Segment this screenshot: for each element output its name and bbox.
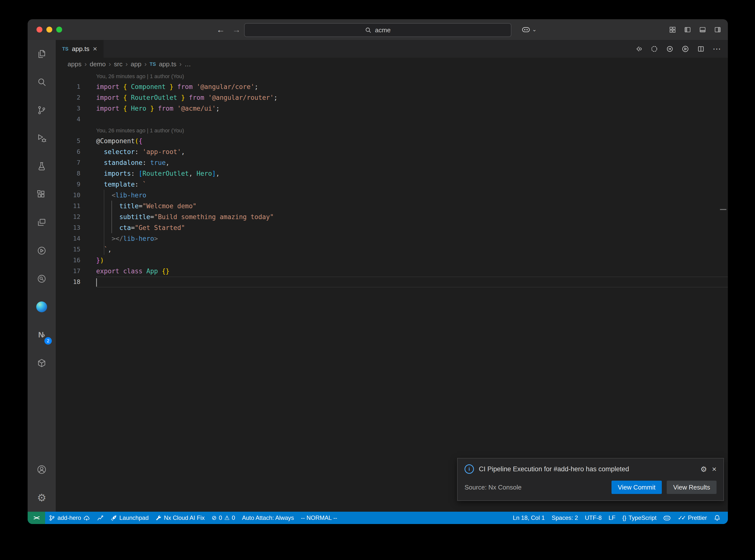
- history-back-button[interactable]: ←: [217, 25, 225, 35]
- code-line[interactable]: @Component({: [96, 136, 728, 146]
- customize-layout-icon[interactable]: [669, 26, 676, 34]
- history-forward-button[interactable]: →: [232, 25, 241, 35]
- breadcrumb-item-symbol[interactable]: …: [185, 60, 191, 68]
- code-row[interactable]: 18: [56, 277, 728, 287]
- code-row[interactable]: 5@Component({: [56, 136, 728, 146]
- nx-cloud-status-item[interactable]: Nx Cloud AI Fix: [152, 512, 208, 524]
- breadcrumb-item-file[interactable]: app.ts: [159, 60, 176, 68]
- remote-indicator[interactable]: ><: [27, 512, 45, 524]
- code-row[interactable]: 9 template: `: [56, 179, 728, 190]
- activity-item-search[interactable]: [27, 68, 56, 96]
- code-line[interactable]: title="Welcmoe demo": [96, 201, 728, 212]
- code-line[interactable]: ></lib-hero>: [96, 233, 728, 244]
- code-line[interactable]: [96, 114, 728, 125]
- code-line[interactable]: You, 26 minutes ago | 1 author (You): [96, 71, 728, 81]
- vim-mode-status-item[interactable]: -- NORMAL --: [297, 512, 340, 524]
- code-row[interactable]: 3import { Hero } from '@acme/ui';: [56, 103, 728, 114]
- blame-row[interactable]: You, 26 minutes ago | 1 author (You): [56, 125, 728, 136]
- zoom-window-button[interactable]: [56, 27, 62, 33]
- encoding-status-item[interactable]: UTF-8: [581, 512, 605, 524]
- code-row[interactable]: 16}): [56, 255, 728, 266]
- code-line[interactable]: imports: [RouterOutlet, Hero],: [96, 168, 728, 179]
- circle-outline-icon[interactable]: [651, 45, 658, 53]
- launchpad-status-item[interactable]: Launchpad: [107, 512, 152, 524]
- code-row[interactable]: 1import { Component } from '@angular/cor…: [56, 81, 728, 92]
- code-line[interactable]: cta="Get Started": [96, 222, 728, 233]
- close-tab-button[interactable]: ×: [93, 45, 97, 53]
- code-line[interactable]: }): [96, 255, 728, 266]
- code-row[interactable]: 12 subtitle="Build something amazing tod…: [56, 212, 728, 222]
- activity-item-code-search[interactable]: [27, 265, 56, 293]
- code-row[interactable]: 17export class App {}: [56, 266, 728, 277]
- code-line[interactable]: import { Component } from '@angular/core…: [96, 81, 728, 92]
- go-back-icon[interactable]: [635, 45, 642, 53]
- activity-item-testing[interactable]: [27, 152, 56, 180]
- language-status-item[interactable]: {} TypeScript: [619, 512, 660, 524]
- code-line[interactable]: subtitle="Build something amazing today": [96, 212, 728, 222]
- blame-row[interactable]: You, 26 minutes ago | 1 author (You): [56, 71, 728, 81]
- code-editor[interactable]: You, 26 minutes ago | 1 author (You)1imp…: [56, 71, 728, 512]
- code-row[interactable]: 15 `,: [56, 244, 728, 255]
- notifications-status-item[interactable]: [710, 512, 724, 524]
- view-commit-button[interactable]: View Commit: [612, 481, 662, 494]
- activity-item-accounts[interactable]: [27, 456, 56, 484]
- code-line[interactable]: import { Hero } from '@acme/ui';: [96, 103, 728, 114]
- code-line[interactable]: You, 26 minutes ago | 1 author (You): [96, 125, 728, 136]
- breadcrumb-item-demo[interactable]: demo: [90, 60, 106, 68]
- view-results-button[interactable]: View Results: [667, 481, 717, 494]
- minimize-window-button[interactable]: [46, 27, 52, 33]
- code-line[interactable]: standalone: true,: [96, 157, 728, 168]
- auto-attach-status-item[interactable]: Auto Attach: Always: [238, 512, 297, 524]
- activity-item-nx-console[interactable]: N› 2: [27, 321, 56, 349]
- activity-item-cube[interactable]: [27, 349, 56, 377]
- branch-status-item[interactable]: add-hero: [45, 512, 94, 524]
- eol-status-item[interactable]: LF: [605, 512, 619, 524]
- code-row[interactable]: 11 title="Welcmoe demo": [56, 201, 728, 212]
- more-actions-icon[interactable]: ⋯: [713, 44, 721, 54]
- code-line[interactable]: <lib-hero: [96, 190, 728, 201]
- indentation-status-item[interactable]: Spaces: 2: [548, 512, 581, 524]
- notification-settings-button[interactable]: ⚙: [700, 465, 707, 474]
- breadcrumb-item-apps[interactable]: apps: [67, 60, 81, 68]
- tab-app-ts[interactable]: TS app.ts ×: [56, 40, 103, 58]
- split-editor-icon[interactable]: [697, 45, 705, 53]
- copilot-status-item[interactable]: [660, 512, 674, 524]
- code-row[interactable]: 6 selector: 'app-root',: [56, 146, 728, 157]
- code-row[interactable]: 10 <lib-hero: [56, 190, 728, 201]
- toggle-secondary-sidebar-icon[interactable]: [714, 26, 721, 34]
- code-line[interactable]: export class App {}: [96, 266, 728, 277]
- activity-item-extensions[interactable]: [27, 180, 56, 208]
- code-row[interactable]: 8 imports: [RouterOutlet, Hero],: [56, 168, 728, 179]
- toggle-panel-icon[interactable]: [699, 26, 707, 34]
- code-line[interactable]: selector: 'app-root',: [96, 146, 728, 157]
- activity-item-source-control[interactable]: [27, 96, 56, 124]
- commit-graph-status-item[interactable]: [94, 512, 107, 524]
- close-window-button[interactable]: [37, 27, 42, 33]
- circle-arrow-icon[interactable]: [666, 45, 674, 53]
- code-row[interactable]: 2import { RouterOutlet } from '@angular/…: [56, 92, 728, 103]
- code-line[interactable]: `,: [96, 244, 728, 255]
- toggle-primary-sidebar-icon[interactable]: [684, 26, 691, 34]
- activity-item-remote-explorer[interactable]: [27, 208, 56, 237]
- breadcrumb-item-src[interactable]: src: [114, 60, 122, 68]
- activity-item-explorer[interactable]: [27, 40, 56, 68]
- code-line[interactable]: [96, 277, 728, 287]
- activity-item-settings[interactable]: ⚙: [27, 484, 56, 512]
- breadcrumb-item-app[interactable]: app: [131, 60, 141, 68]
- code-row[interactable]: 14 ></lib-hero>: [56, 233, 728, 244]
- run-file-icon[interactable]: [681, 45, 689, 53]
- formatter-status-item[interactable]: ✓✓ Prettier: [674, 512, 710, 524]
- code-line[interactable]: template: `: [96, 179, 728, 190]
- notification-close-button[interactable]: ×: [712, 465, 717, 473]
- activity-item-run-circle[interactable]: [27, 237, 56, 265]
- command-center-search[interactable]: acme: [244, 23, 511, 37]
- code-row[interactable]: 4: [56, 114, 728, 125]
- code-row[interactable]: 13 cta="Get Started": [56, 222, 728, 233]
- activity-item-edge-devtools[interactable]: [27, 293, 56, 321]
- cursor-position-status-item[interactable]: Ln 18, Col 1: [510, 512, 548, 524]
- copilot-menu-button[interactable]: ⌄: [522, 19, 537, 40]
- code-row[interactable]: 7 standalone: true,: [56, 157, 728, 168]
- code-line[interactable]: import { RouterOutlet } from '@angular/r…: [96, 92, 728, 103]
- activity-item-run-debug[interactable]: [27, 124, 56, 152]
- problems-status-item[interactable]: ⊘ 0 ⚠ 0: [208, 512, 238, 524]
